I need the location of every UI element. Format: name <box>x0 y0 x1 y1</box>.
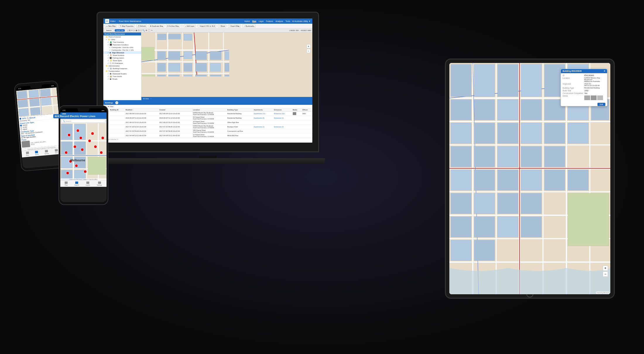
phone-settings-btn[interactable]: Settings <box>97 182 102 186</box>
nav-map[interactable]: Map <box>252 20 256 22</box>
layer-list-tab[interactable]: Layer List <box>115 29 125 32</box>
tablet-zoom-controls: + − <box>603 266 608 277</box>
archive-map-button[interactable]: ⊡ Archive Map <box>166 24 180 28</box>
map-properties-button[interactable]: ✎ Map Properties <box>119 24 135 28</box>
33kv-radio[interactable] <box>20 129 23 131</box>
sidebar-item-roads[interactable]: ✓ 🛣 Roads <box>103 78 141 80</box>
nav-feature[interactable]: Feature <box>266 20 273 22</box>
col-location[interactable]: Location <box>192 108 226 112</box>
sidebar-item-street-furniture[interactable]: ✓ 🪑 Street furniture <box>103 54 141 57</box>
popup-location-value: 528500 Mission Bay BoulevardMelbourne Au… <box>584 77 605 82</box>
svg-rect-117 <box>521 193 542 214</box>
col-type[interactable]: Building Type <box>227 108 253 112</box>
col-media[interactable]: Media <box>292 108 302 112</box>
sidebar-item-poi[interactable]: 📁 Point of interest <box>103 35 141 38</box>
svg-rect-113 <box>568 170 588 190</box>
phone-prev-btn[interactable]: Prev <box>65 182 68 186</box>
import-button[interactable]: ↑ Import CSV or XLS <box>198 25 216 28</box>
tablet-zoom-out[interactable]: − <box>603 271 608 277</box>
6kv-radio[interactable] <box>20 124 22 126</box>
manual-radio[interactable] <box>27 117 29 119</box>
11kv-radio[interactable] <box>20 126 22 129</box>
svg-rect-116 <box>498 193 518 214</box>
bottom-prev-btn[interactable]: Prev <box>26 152 29 156</box>
col-apartments[interactable]: Apartments <box>253 108 273 112</box>
svg-rect-103 <box>451 146 471 167</box>
bookmarks-button[interactable]: ☆ Bookmarks <box>242 24 256 28</box>
phone-left-map[interactable] <box>16 87 59 117</box>
sidebar-item-statewide[interactable]: ✓ 🛣 Statewide Roades <box>103 72 141 75</box>
user-menu[interactable]: Hi Australia Utility ▼ <box>292 20 311 22</box>
sidebar-item-admin[interactable]: 📁 Administrative <box>103 64 141 67</box>
laptop-map[interactable]: + − ⊞ Data ↕ <box>141 33 312 100</box>
add-layer-button[interactable]: + Add Layer <box>184 25 196 28</box>
sidebar-item-utility[interactable]: ✓ 📁 Utility <box>103 38 141 41</box>
sidebar-item-transport[interactable]: 📁 Transportation <box>103 70 141 72</box>
popup-year-label: Build Year <box>563 90 583 92</box>
laptop-bezel: GC Editor › Road Work Maintenance Home M… <box>97 12 319 152</box>
table-row[interactable]: 2017-04-04T13:11:00+02:00 2017-04-04T13:… <box>103 134 312 138</box>
sidebar-item-parking[interactable]: ✓ 🅿 Parking meters <box>103 57 141 59</box>
phone-center-signal: ●●● <box>102 110 104 111</box>
bottom-queue-btn[interactable]: Queue <box>44 150 49 155</box>
svg-rect-139 <box>19 108 29 116</box>
svg-rect-136 <box>18 100 28 107</box>
col-offices[interactable]: Offices <box>302 108 313 112</box>
data-toggle-bar[interactable]: ⊞ Data ↕ <box>141 97 312 100</box>
sidebar-item-tree[interactable]: ✓ 🌲 Tree Inventory <box>103 41 141 43</box>
nav-tools[interactable]: Tools <box>285 20 290 22</box>
nav-analysis[interactable]: Analysis <box>275 20 283 22</box>
share-button[interactable]: ↑ Share <box>218 25 226 28</box>
bottom-map-btn[interactable]: Map <box>55 149 58 154</box>
col-created[interactable]: Created <box>158 108 192 112</box>
sidebar-title: Road Work Maintenance <box>103 33 141 35</box>
search-tab[interactable]: Search <box>105 29 113 32</box>
svg-rect-118 <box>451 217 471 237</box>
tablet-map[interactable]: + − Powered by GIS Cloud Building 654199… <box>449 63 610 294</box>
table-row[interactable]: 2017-08-01T15:15:15+02:00 2017-08-01T15:… <box>103 120 312 125</box>
phone-layers-btn[interactable]: Layers <box>86 182 90 186</box>
popup-close-icon[interactable]: ✕ <box>604 70 605 72</box>
table-row[interactable]: 2017-07-31T09:45:13+02:00 2017-07-31T09:… <box>103 129 312 134</box>
bottom-search-btn[interactable]: Send <box>35 151 39 155</box>
data-table: Building ID Modified ↓ Created Location … <box>103 108 312 138</box>
svg-rect-104 <box>474 146 495 167</box>
sidebar-item-building[interactable]: ✓ 🏢 Building Footprints <box>103 67 141 70</box>
table-row[interactable]: 2018-08-02T11:12:12+02:00 2018-08-02T11:… <box>103 116 312 120</box>
popup-edit-button[interactable]: Edit <box>597 103 605 106</box>
col-modified[interactable]: Modified ↓ <box>125 108 158 112</box>
insulator-checkbox[interactable] <box>21 137 23 139</box>
table-row[interactable]: 2017-08-04T13:15:13+02:00 2017-08-04T13:… <box>103 112 312 116</box>
table-row[interactable]: 2017-07-31T10:15:13+02:00 2017-07-31T09:… <box>103 125 312 129</box>
phone-center-map[interactable]: Melbourne Powered by GIS Cloud | © Mapbo… <box>60 123 107 180</box>
svg-rect-124 <box>568 193 609 246</box>
hidden-columns-msg: hidden columns: 3 <box>103 138 312 141</box>
sidebar-item-sign[interactable]: ✓ ▶ Sign Structure <box>103 51 141 54</box>
phone-search-input[interactable]: 🔍 Search <box>61 119 105 123</box>
svg-rect-114 <box>451 193 471 214</box>
gps-radio[interactable] <box>19 118 21 120</box>
editor-label: Editor <box>110 20 116 22</box>
sidebar-item-cracking-poor[interactable]: ✓ Cracking index - Poor (for >= 10% <box>103 49 141 51</box>
sidebar-item-pavement[interactable]: ✓ ⬛ Pavement Condition <box>103 43 141 46</box>
col-entrances[interactable]: Entrances <box>273 108 292 112</box>
svg-rect-134 <box>29 90 39 98</box>
sidebar-item-tram[interactable]: ✓ 🚃 Tram tracks <box>103 75 141 78</box>
col-building-id[interactable]: Building ID <box>109 108 125 112</box>
duplicate-map-button[interactable]: ⊕ Duplicate Map <box>149 24 164 28</box>
nav-layer[interactable]: Layer <box>259 20 264 22</box>
new-map-button[interactable]: ++ New Map <box>105 25 117 28</box>
nav-home[interactable]: Home <box>244 20 250 22</box>
sidebar-item-streetlights[interactable]: ✓ 💡 Street lights <box>103 59 141 62</box>
zoom-out-button[interactable]: − <box>306 49 311 53</box>
tablet-popup-header: Building 654199849 ✕ <box>561 69 607 73</box>
sidebar-item-drainpipes[interactable]: ✓ ⬡ 21 Drainpipes <box>103 62 141 64</box>
sidebar-item-cracking-good[interactable]: ✓ Cracking index - Good (for <10%) <box>103 46 141 49</box>
zoom-in-button[interactable]: + <box>306 44 311 48</box>
tablet-zoom-in[interactable]: + <box>603 266 608 271</box>
phone-search-btn[interactable]: Search <box>74 182 79 186</box>
33kv-label: 33 kV <box>23 128 28 130</box>
filter-bar[interactable]: ⊞ ▼ Filter <box>103 105 312 108</box>
export-map-button[interactable]: ↑ Export Map <box>228 25 241 28</box>
refresh-button[interactable]: ↺ Refresh <box>136 24 147 28</box>
